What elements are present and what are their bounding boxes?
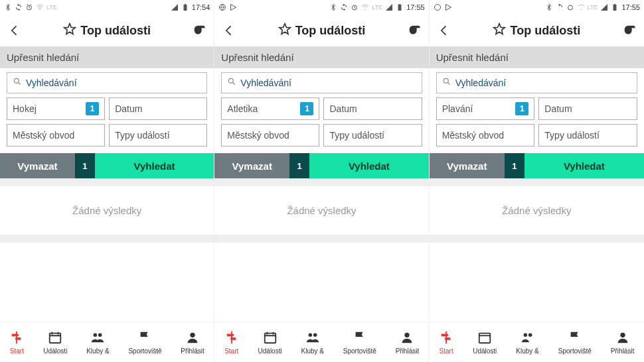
signpost-icon [9, 330, 24, 346]
filter-district[interactable]: Městský obvod [436, 124, 535, 147]
search-input[interactable] [240, 78, 416, 88]
bottom-nav: Start Události Kluby & Sportoviště Přihl… [430, 322, 644, 362]
calendar-icon [263, 330, 278, 346]
person-icon [185, 330, 200, 346]
nav-login[interactable]: Přihlásit [181, 330, 204, 355]
filter-types[interactable]: Typy událostí [323, 124, 422, 147]
star-icon [278, 23, 291, 39]
flag-icon [353, 330, 367, 346]
gap [214, 235, 428, 243]
filter-date[interactable]: Datum [323, 97, 422, 120]
svg-point-16 [308, 333, 312, 337]
filter-badge: 1 [86, 102, 99, 115]
nav-clubs[interactable]: Kluby & [301, 330, 324, 355]
spacer [214, 243, 428, 322]
svg-point-27 [528, 333, 532, 337]
bluetooth-icon [545, 3, 553, 11]
back-button[interactable] [5, 21, 24, 40]
battery-icon [181, 3, 189, 11]
svg-point-19 [434, 5, 440, 11]
sync-icon [15, 3, 23, 11]
filter-sport[interactable]: Hokej 1 [7, 97, 105, 120]
status-bar: LTE 17:55 [430, 0, 644, 15]
nav-venues[interactable]: Sportoviště [558, 330, 592, 355]
filter-types[interactable]: Typy událostí [538, 124, 637, 147]
page-title: Top události [238, 23, 404, 39]
svg-point-1 [39, 9, 40, 11]
svg-point-17 [313, 333, 317, 337]
battery-icon [611, 3, 619, 11]
globe-icon [218, 3, 226, 11]
nav-venues[interactable]: Sportoviště [343, 330, 376, 355]
filter-date[interactable]: Datum [109, 97, 207, 120]
person-icon [615, 330, 630, 346]
empty-results: Žádné výsledky [430, 186, 644, 235]
empty-results: Žádné výsledky [214, 186, 428, 235]
lte-label: LTE [588, 4, 598, 11]
svg-rect-15 [264, 333, 276, 343]
bluetooth-icon [329, 3, 337, 11]
back-button[interactable] [220, 21, 238, 40]
filter-badge: 1 [300, 102, 313, 115]
nav-login[interactable]: Přihlásit [611, 330, 635, 355]
filter-district[interactable]: Městský obvod [221, 124, 319, 147]
nav-clubs[interactable]: Kluby & [86, 330, 109, 355]
bottom-nav: Start Události Kluby & Sportoviště Přihl… [0, 322, 214, 362]
svg-point-24 [443, 78, 448, 83]
filter-grid: Atletika 1 Datum Městský obvod Typy udál… [214, 97, 428, 147]
calendar-icon [48, 330, 62, 346]
whistle-icon[interactable] [405, 21, 424, 40]
nav-login[interactable]: Přihlásit [396, 330, 420, 355]
filter-date[interactable]: Datum [538, 97, 637, 120]
whistle-icon[interactable] [620, 21, 639, 40]
filter-types[interactable]: Typy událostí [109, 124, 207, 147]
flag-icon [568, 330, 582, 346]
play-icon [444, 3, 452, 11]
nav-events[interactable]: Události [258, 330, 282, 355]
status-bar: LTE 17:54 [0, 0, 214, 15]
nav-start[interactable]: Start [9, 330, 24, 355]
nav-start[interactable]: Start [439, 330, 453, 355]
search-box[interactable] [221, 72, 422, 93]
nav-venues[interactable]: Sportoviště [128, 330, 161, 355]
gap [214, 178, 428, 186]
clear-button[interactable]: Vymazat [214, 153, 289, 178]
back-button[interactable] [435, 21, 453, 40]
signpost-icon [439, 330, 453, 346]
filter-sport[interactable]: Atletika 1 [221, 97, 319, 120]
group-icon [521, 330, 535, 346]
nav-events[interactable]: Události [43, 330, 67, 355]
nav-start[interactable]: Start [224, 330, 239, 355]
svg-point-11 [365, 9, 366, 11]
filter-sport[interactable]: Plavání 1 [436, 97, 535, 120]
svg-point-21 [580, 9, 582, 11]
action-row: Vymazat 1 Vyhledat [214, 153, 428, 178]
bluetooth-icon [4, 3, 12, 11]
clear-button[interactable]: Vymazat [0, 153, 75, 178]
search-button[interactable]: Vyhledat [524, 153, 644, 178]
title-bar: Top události [0, 15, 214, 46]
search-box[interactable] [436, 72, 637, 93]
search-input[interactable] [26, 78, 201, 88]
filter-grid: Plavání 1 Datum Městský obvod Typy událo… [430, 97, 644, 147]
search-icon [13, 77, 26, 89]
wifi-icon [577, 3, 585, 11]
filter-district[interactable]: Městský obvod [7, 124, 105, 147]
page-title: Top události [453, 23, 620, 39]
person-icon [400, 330, 414, 346]
search-input[interactable] [455, 78, 631, 88]
screen-2: LTE 17:55 Top události Upřesnit hledání … [214, 0, 429, 362]
count-badge: 1 [289, 153, 309, 178]
lte-label: LTE [46, 4, 57, 11]
clear-button[interactable]: Vymazat [430, 153, 505, 178]
search-box[interactable] [7, 72, 207, 93]
search-button[interactable]: Vyhledat [95, 153, 214, 178]
action-row: Vymazat 1 Vyhledat [430, 153, 644, 178]
title-bar: Top události [214, 15, 428, 46]
sync-icon [556, 3, 564, 11]
search-button[interactable]: Vyhledat [309, 153, 429, 178]
alarm-icon [25, 3, 33, 11]
nav-events[interactable]: Události [473, 330, 497, 355]
nav-clubs[interactable]: Kluby & [516, 330, 538, 355]
whistle-icon[interactable] [190, 21, 208, 40]
